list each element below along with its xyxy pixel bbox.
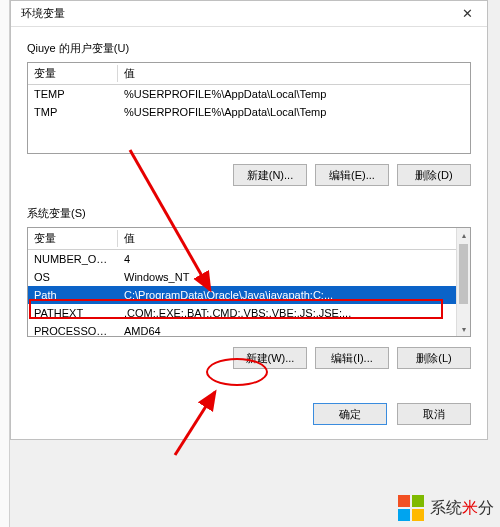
table-row-selected[interactable]: Path C:\ProgramData\Oracle\Java\javapath… — [28, 286, 470, 304]
cell-value: %USERPROFILE%\AppData\Local\Temp — [118, 85, 470, 104]
system-vars-group: 系统变量(S) 变量 值 NUMBER_OF_PR... 4 — [27, 206, 471, 369]
cancel-button[interactable]: 取消 — [397, 403, 471, 425]
dialog-content: Qiuye 的用户变量(U) 变量 值 TEMP %USERPROFILE%\A… — [11, 27, 487, 395]
table-row[interactable]: TMP %USERPROFILE%\AppData\Local\Temp — [28, 103, 470, 121]
cell-name: NUMBER_OF_PR... — [28, 250, 118, 269]
col-value[interactable]: 值 — [118, 63, 470, 85]
user-vars-buttons: 新建(N)... 编辑(E)... 删除(D) — [27, 164, 471, 186]
table-row[interactable]: OS Windows_NT — [28, 268, 470, 286]
close-button[interactable]: ✕ — [447, 1, 487, 26]
table-header-row: 变量 值 — [28, 228, 470, 250]
background-edge — [0, 0, 10, 527]
cell-value: C:\ProgramData\Oracle\Java\javapath;C:..… — [118, 286, 470, 304]
windows-logo-icon — [398, 495, 424, 521]
scrollbar[interactable]: ▴ ▾ — [456, 228, 470, 336]
table-header-row: 变量 值 — [28, 63, 470, 85]
col-name[interactable]: 变量 — [28, 228, 118, 250]
titlebar: 环境变量 ✕ — [11, 1, 487, 27]
col-value[interactable]: 值 — [118, 228, 470, 250]
system-edit-button[interactable]: 编辑(I)... — [315, 347, 389, 369]
user-edit-button[interactable]: 编辑(E)... — [315, 164, 389, 186]
user-vars-label: Qiuye 的用户变量(U) — [27, 41, 471, 56]
user-new-button[interactable]: 新建(N)... — [233, 164, 307, 186]
window-title: 环境变量 — [21, 6, 65, 21]
col-name[interactable]: 变量 — [28, 63, 118, 85]
table-row[interactable]: TEMP %USERPROFILE%\AppData\Local\Temp — [28, 85, 470, 104]
watermark-text-suffix: 分 — [478, 499, 494, 516]
close-icon: ✕ — [462, 6, 473, 21]
cell-value: %USERPROFILE%\AppData\Local\Temp — [118, 103, 470, 121]
ok-button[interactable]: 确定 — [313, 403, 387, 425]
table-row[interactable]: PATHEXT .COM;.EXE;.BAT;.CMD;.VBS;.VBE;.J… — [28, 304, 470, 322]
scroll-up-icon[interactable]: ▴ — [457, 228, 471, 242]
cell-value: Windows_NT — [118, 268, 470, 286]
user-vars-table[interactable]: 变量 值 TEMP %USERPROFILE%\AppData\Local\Te… — [27, 62, 471, 154]
table-row[interactable]: NUMBER_OF_PR... 4 — [28, 250, 470, 269]
cell-name: PATHEXT — [28, 304, 118, 322]
table-row[interactable]: PROCESSOR_AR... AMD64 — [28, 322, 470, 337]
cell-name: OS — [28, 268, 118, 286]
dialog-buttons: 确定 取消 — [11, 395, 487, 439]
watermark: 系统米分 — [398, 495, 494, 521]
cell-value: AMD64 — [118, 322, 470, 337]
cell-name: TEMP — [28, 85, 118, 104]
cell-name: Path — [28, 286, 118, 304]
cell-value: .COM;.EXE;.BAT;.CMD;.VBS;.VBE;.JS;.JSE;.… — [118, 304, 470, 322]
env-vars-dialog: 环境变量 ✕ Qiuye 的用户变量(U) 变量 值 TEM — [10, 0, 488, 440]
system-vars-buttons: 新建(W)... 编辑(I)... 删除(L) — [27, 347, 471, 369]
system-new-button[interactable]: 新建(W)... — [233, 347, 307, 369]
cell-name: PROCESSOR_AR... — [28, 322, 118, 337]
cell-value: 4 — [118, 250, 470, 269]
user-vars-group: Qiuye 的用户变量(U) 变量 值 TEMP %USERPROFILE%\A… — [27, 41, 471, 186]
system-delete-button[interactable]: 删除(L) — [397, 347, 471, 369]
watermark-text-prefix: 系统 — [430, 499, 462, 516]
scroll-down-icon[interactable]: ▾ — [457, 322, 471, 336]
system-vars-table[interactable]: 变量 值 NUMBER_OF_PR... 4 OS Windows_NT — [27, 227, 471, 337]
scroll-thumb[interactable] — [459, 244, 468, 304]
system-vars-label: 系统变量(S) — [27, 206, 471, 221]
watermark-text-dot: 米 — [462, 499, 478, 516]
user-delete-button[interactable]: 删除(D) — [397, 164, 471, 186]
cell-name: TMP — [28, 103, 118, 121]
